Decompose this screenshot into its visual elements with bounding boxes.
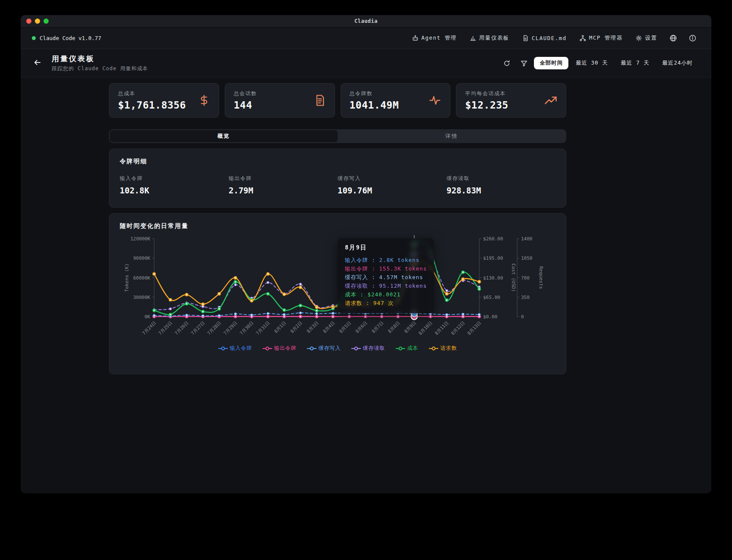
globe-icon <box>670 34 677 42</box>
file-icon <box>522 35 529 41</box>
token-breakdown-title: 令牌明细 <box>120 158 555 165</box>
tooltip-row: 请求数 : 947 次 <box>345 299 427 308</box>
tooltip-row: 成本 : $240.0021 <box>345 290 427 299</box>
svg-text:0: 0 <box>521 314 524 320</box>
svg-text:1400: 1400 <box>521 236 533 242</box>
activity-icon <box>428 94 441 107</box>
back-button[interactable] <box>30 55 45 71</box>
maximize-button[interactable] <box>43 19 49 24</box>
token-cache-write: 缓存写入 109.76M <box>338 175 447 195</box>
svg-text:Tokens (K): Tokens (K) <box>124 263 130 292</box>
legend-item[interactable]: 输出令牌 <box>263 345 297 352</box>
nav-agent-manager[interactable]: Agent 管理 <box>408 31 461 45</box>
page-header: 用量仪表板 跟踪您的 Claude Code 用量和成本 全部时间最近 30 天… <box>21 49 711 78</box>
nav-settings[interactable]: 设置 <box>631 31 661 45</box>
svg-text:7月30日: 7月30日 <box>239 320 254 336</box>
svg-text:8月11日: 8月11日 <box>434 320 450 336</box>
svg-text:7月29日: 7月29日 <box>222 320 238 336</box>
svg-text:8月3日: 8月3日 <box>306 320 319 334</box>
view-tabs: 概览 详情 <box>109 129 566 143</box>
svg-text:$65.00: $65.00 <box>483 295 500 300</box>
titlebar: Claudia <box>21 15 711 28</box>
svg-text:$130.00: $130.00 <box>483 275 503 281</box>
filter-1[interactable]: 最近 30 天 <box>570 57 614 69</box>
svg-text:7月24日: 7月24日 <box>141 320 157 336</box>
legend-item[interactable]: 缓存写入 <box>307 345 341 352</box>
nav-usage-dashboard[interactable]: 用量仪表板 <box>465 31 514 45</box>
svg-text:7月28日: 7月28日 <box>206 320 222 336</box>
time-range-filters: 全部时间最近 30 天最近 7 天最近24小时 <box>534 57 698 69</box>
legend-marker-icon <box>218 346 228 351</box>
legend-marker-icon <box>307 346 316 351</box>
tab-overview[interactable]: 概览 <box>110 130 338 142</box>
dollar-icon <box>198 94 210 106</box>
svg-text:30000K: 30000K <box>133 295 150 300</box>
svg-text:8月9日: 8月9日 <box>403 320 417 334</box>
legend-item[interactable]: 成本 <box>396 345 419 352</box>
nav-claude-md[interactable]: CLAUDE.md <box>518 32 571 44</box>
svg-text:Cost (USD): Cost (USD) <box>511 263 516 292</box>
tooltip-row: 缓存读取 : 95.12M tokens <box>345 282 427 290</box>
network-icon <box>580 35 586 41</box>
svg-text:7月25日: 7月25日 <box>157 320 173 336</box>
token-breakdown-card: 令牌明细 输入令牌 102.8K 输出令牌 2.79M 缓存写入 109.76M <box>109 149 566 208</box>
chart-area[interactable]: 120000K$260.00140090000K$195.00105060000… <box>120 233 555 343</box>
gear-icon <box>636 35 642 41</box>
legend-item[interactable]: 输入令牌 <box>218 345 252 352</box>
svg-text:7月31日: 7月31日 <box>255 320 271 336</box>
legend-item[interactable]: 请求数 <box>429 345 457 352</box>
topbar: Claude Code v1.0.77 Agent 管理 用量仪表板 CLAUD… <box>21 28 711 49</box>
tooltip-row: 缓存写入 : 4.57M tokens <box>345 273 427 282</box>
legend-marker-icon <box>396 346 405 351</box>
info-button[interactable] <box>685 31 700 45</box>
refresh-button[interactable] <box>499 57 514 70</box>
svg-text:700: 700 <box>521 275 530 281</box>
filter-0[interactable]: 全部时间 <box>534 57 568 69</box>
close-button[interactable] <box>26 19 31 24</box>
stat-card-avg-cost: 平均每会话成本 $12.235 <box>456 83 566 118</box>
arrow-left-icon <box>34 59 41 66</box>
header-controls: 全部时间最近 30 天最近 7 天最近24小时 <box>499 57 698 70</box>
svg-text:8月1日: 8月1日 <box>273 320 287 334</box>
top-navigation: Agent 管理 用量仪表板 CLAUDE.md MCP 管理器 设置 <box>408 31 701 45</box>
usage-chart-card: 随时间变化的日常用量 120000K$260.00140090000K$195.… <box>109 213 566 374</box>
page-title: 用量仪表板 <box>52 54 148 64</box>
stat-card-total-sessions: 总会话数 144 <box>225 83 335 118</box>
svg-text:1050: 1050 <box>521 255 533 261</box>
legend-item[interactable]: 缓存读取 <box>351 345 385 352</box>
page-subtitle: 跟踪您的 Claude Code 用量和成本 <box>52 65 148 72</box>
token-output: 输出令牌 2.79M <box>229 175 338 195</box>
legend-marker-icon <box>263 346 272 351</box>
total-tokens-value: 1041.49M <box>350 100 399 111</box>
info-icon <box>689 34 696 42</box>
svg-text:8月7日: 8月7日 <box>371 320 385 334</box>
svg-text:7月26日: 7月26日 <box>174 320 189 336</box>
chart-tooltip: 8月9日 输入令牌 : 2.8K tokens输出令牌 : 155.3K tok… <box>338 238 434 313</box>
filter-button[interactable] <box>517 57 531 70</box>
nav-mcp-manager[interactable]: MCP 管理器 <box>575 31 627 45</box>
bot-icon <box>412 35 419 41</box>
tab-details[interactable]: 详情 <box>338 130 565 142</box>
svg-text:8月13日: 8月13日 <box>466 320 482 336</box>
minimize-button[interactable] <box>35 19 40 24</box>
filter-2[interactable]: 最近 7 天 <box>615 57 655 69</box>
filter-3[interactable]: 最近24小时 <box>657 57 698 69</box>
bar-chart-icon <box>470 35 476 41</box>
language-button[interactable] <box>666 31 681 45</box>
tooltip-row: 输入令牌 : 2.8K tokens <box>345 256 427 264</box>
traffic-lights <box>26 15 49 27</box>
refresh-icon <box>503 60 510 67</box>
window-title: Claudia <box>354 18 378 24</box>
total-sessions-value: 144 <box>234 100 257 111</box>
svg-text:8月12日: 8月12日 <box>450 320 466 336</box>
stat-cards: 总成本 $1,761.8356 总会话数 144 总令牌数 1041.49M <box>109 83 566 118</box>
main-content: 总成本 $1,761.8356 总会话数 144 总令牌数 1041.49M <box>21 78 711 493</box>
stat-card-total-tokens: 总令牌数 1041.49M <box>341 83 451 118</box>
app-version-label: Claude Code v1.0.77 <box>40 35 101 41</box>
chart-title: 随时间变化的日常用量 <box>120 222 555 230</box>
legend-marker-icon <box>429 346 438 351</box>
tooltip-date: 8月9日 <box>345 244 427 252</box>
svg-text:8月10日: 8月10日 <box>417 320 433 336</box>
svg-text:Requests: Requests <box>538 266 544 289</box>
status-dot-icon <box>32 36 36 40</box>
